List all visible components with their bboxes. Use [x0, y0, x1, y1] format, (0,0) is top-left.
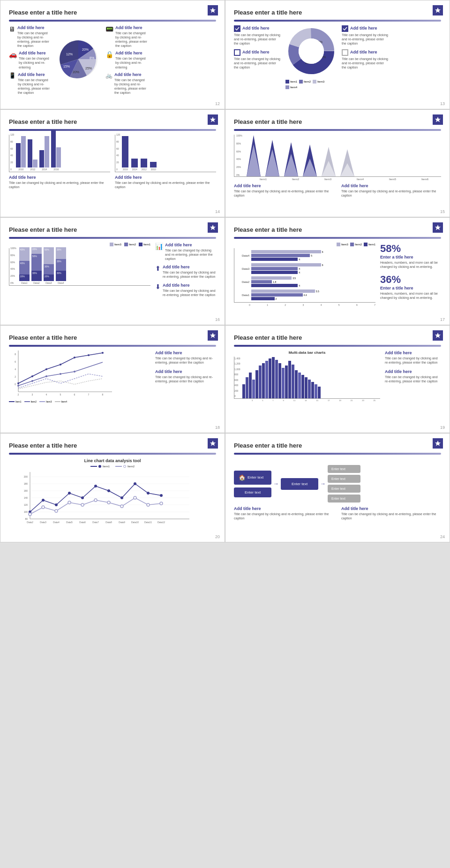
svg-text:6: 6 [15, 360, 16, 363]
multibar-chart: Multi-data bar charts 1,400 1,200 1,000 … [234, 350, 380, 402]
s5-item2-desc: Title can be changed by clicking and re-… [163, 270, 216, 279]
svg-point-99 [120, 505, 123, 508]
svg-text:8: 8 [102, 393, 104, 396]
svg-point-89 [134, 482, 136, 485]
s10-item1-desc: Title can be changed by clicking and re-… [234, 512, 334, 520]
brand-icon-6 [433, 222, 443, 233]
slide-1-title: Please enter a title here [9, 9, 216, 16]
s8-item1-desc: Title can be changed by clicking and re-… [385, 356, 441, 365]
line-chart2-title: Line chart data analysis tool [14, 458, 211, 463]
s7-item2-label: Add title here [155, 369, 216, 374]
checkbox-2[interactable] [342, 25, 348, 32]
right-btn-1[interactable]: Enter text [328, 465, 360, 473]
svg-point-84 [68, 492, 71, 495]
s1-item4-desc: Title can be changed by clicking and re-… [115, 31, 148, 48]
brand-icon-3 [208, 114, 218, 125]
accent-bar-10 [234, 453, 441, 455]
accent-bar-8 [234, 345, 441, 347]
slide-4-title: Please enter a title here [234, 118, 441, 125]
s6-item1-desc: Headers, numbers, and more can all be ch… [380, 260, 441, 269]
svg-text:Data5: Data5 [66, 521, 73, 524]
svg-point-45 [45, 368, 47, 370]
s7-item1-desc: Title can be changed by clicking and re-… [155, 356, 216, 365]
main-btn-enter-text-2[interactable]: Enter text [234, 487, 271, 497]
svg-point-100 [134, 496, 136, 499]
s3-item2-label: Add title here [115, 175, 216, 180]
mid-btn-enter-text[interactable]: Enter text [281, 478, 318, 490]
svg-point-97 [94, 499, 97, 502]
svg-point-86 [94, 485, 97, 487]
pie-chart-1: 20% 8% 25% 20% 15% 12% [55, 36, 102, 84]
s7-item2-desc: Title can be changed by clicking and re-… [155, 375, 216, 383]
brand-icon-2 [433, 5, 443, 15]
line-chart2-container: Line chart data analysis tool Item1 Item… [9, 458, 216, 528]
svg-text:25%: 25% [85, 67, 92, 70]
svg-point-83 [55, 503, 58, 506]
slide-5: Please enter a title here Item3 Item2 It… [0, 217, 225, 325]
slide-10: Please enter a title here [225, 433, 450, 542]
s4-item2-desc: Title can be changed by clicking and re-… [341, 189, 441, 198]
svg-text:2: 2 [15, 375, 16, 378]
svg-text:80: 80 [25, 518, 28, 520]
s4-item1-desc: Title can be changed by clicking and re-… [234, 189, 334, 198]
svg-text:7: 7 [88, 393, 90, 396]
svg-point-85 [81, 496, 84, 499]
checkbox-1[interactable] [234, 25, 240, 32]
svg-point-98 [107, 501, 110, 504]
bar-chart-1: 120 80 60 40 20 0 2010 [9, 135, 110, 189]
svg-text:20%: 20% [82, 48, 89, 51]
svg-text:8%: 8% [90, 56, 94, 60]
svg-point-93 [42, 506, 45, 509]
right-btn-1-label: Enter text [331, 467, 345, 471]
s1-item4-label: Add title here [115, 25, 148, 30]
slide-4: Please enter a title here 100% 80% 60% 4… [225, 109, 450, 217]
slide-4-num: 15 [440, 209, 445, 214]
svg-point-53 [60, 373, 61, 375]
slide-7-num: 18 [215, 425, 220, 430]
svg-text:20%: 20% [73, 70, 79, 74]
svg-text:Data4: Data4 [53, 521, 60, 524]
svg-text:100: 100 [24, 510, 28, 513]
svg-marker-19 [265, 149, 279, 176]
s2-item4-label: Add title here [350, 50, 377, 54]
svg-point-50 [17, 385, 19, 387]
s5-item3-label: Add title here [163, 283, 216, 288]
s2-item1-label: Add title here [242, 26, 270, 30]
svg-point-52 [45, 375, 47, 377]
right-btn-4[interactable]: Enter text [328, 495, 360, 503]
s2-item2-label: Add title here [350, 26, 377, 30]
brand-icon-9 [208, 438, 218, 449]
svg-text:Data8: Data8 [105, 521, 112, 524]
svg-text:Data6: Data6 [79, 521, 86, 524]
checkbox-4[interactable] [342, 49, 348, 56]
brand-icon-1 [208, 5, 218, 15]
svg-text:200: 200 [24, 475, 28, 478]
slide-1: Please enter a title here 🖥 Add title he… [0, 0, 225, 109]
flowchart: 🏠 Enter text Enter text → Enter text [234, 458, 441, 503]
right-btn-3[interactable]: Enter text [328, 485, 360, 493]
main-btn-enter-text[interactable]: 🏠 Enter text [234, 471, 271, 485]
checkbox-3[interactable] [234, 49, 240, 56]
s1-item6-label: Add title here [114, 72, 148, 77]
svg-point-51 [31, 380, 33, 382]
s6-item2-label: Enter a title here [380, 286, 441, 290]
accent-bar-4 [234, 129, 441, 131]
slide-6: Please enter a title here Item3 Item2 It… [225, 217, 450, 325]
stat-pct-2: 36% [380, 274, 441, 286]
s10-item2-desc: Title can be changed by clicking and re-… [341, 512, 441, 520]
svg-point-94 [55, 510, 58, 512]
svg-point-46 [60, 364, 61, 365]
slide-6-title: Please enter a title here [234, 226, 441, 233]
donut-chart-2: 40% 15% 20% 25% Item1 Item2 Item3 Item4 [285, 25, 337, 89]
main-btn-label: Enter text [248, 475, 263, 480]
svg-point-101 [147, 503, 150, 506]
right-btn-2[interactable]: Enter text [328, 475, 360, 483]
s3-item1-desc: Title can be changed by clicking and re-… [9, 181, 110, 189]
svg-text:120: 120 [24, 503, 28, 506]
s1-item5-desc: Title can be changed by clicking and re-… [115, 56, 148, 69]
accent-bar-1 [9, 20, 216, 22]
slide-10-title: Please enter a title here [234, 442, 441, 449]
s5-item1-desc: Title can be changed by clicking and re-… [165, 248, 216, 261]
s1-item1-label: Add title here [17, 25, 51, 30]
slides-grid: Please enter a title here 🖥 Add title he… [0, 0, 450, 542]
